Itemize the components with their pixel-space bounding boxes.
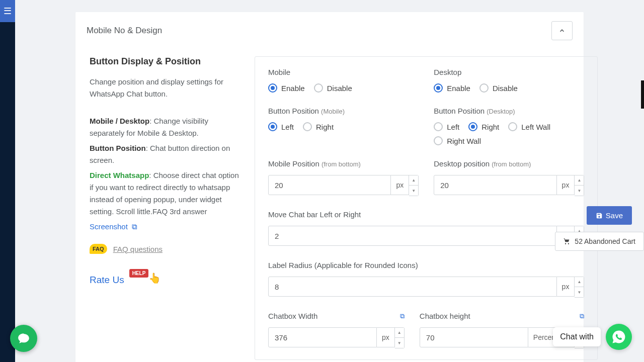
button-position-desc: Button Position: Chat button direction o…: [90, 142, 240, 166]
hamburger-menu[interactable]: ☰: [0, 0, 15, 22]
unit-px: px: [557, 277, 575, 297]
desktop-position-left-radio[interactable]: Left: [434, 122, 459, 131]
external-link-icon[interactable]: ⧉: [580, 312, 584, 320]
desktop-bottom-position-input[interactable]: [434, 175, 556, 195]
whatsapp-chat-button[interactable]: [606, 324, 632, 350]
chat-bubble-icon: [17, 332, 30, 345]
screenshot-link[interactable]: Screenshot ⧉: [90, 221, 137, 233]
spinner-down[interactable]: ▼: [575, 287, 584, 297]
desktop-enable-radio[interactable]: Enable: [434, 83, 470, 93]
sidebar: [0, 0, 15, 362]
whatsapp-icon: [611, 329, 626, 344]
faq-link[interactable]: FAQ questions: [113, 245, 163, 253]
button-position-mobile-label: Button Position (Mobile): [268, 107, 419, 115]
spinner-up[interactable]: ▲: [575, 175, 584, 186]
rate-us-link[interactable]: Rate Us: [90, 275, 124, 286]
save-button[interactable]: Save: [587, 206, 632, 225]
section-heading: Button Display & Position: [90, 56, 240, 67]
chatbox-width-label: Chatbox Width: [268, 312, 317, 320]
desktop-visibility-label: Desktop: [434, 68, 584, 76]
spinner-down[interactable]: ▼: [395, 338, 404, 348]
unit-px: px: [377, 327, 395, 347]
desktop-position-leftwall-radio[interactable]: Left Wall: [508, 122, 550, 131]
mobile-enable-radio[interactable]: Enable: [268, 83, 305, 93]
description-column: Button Display & Position Change positio…: [90, 56, 240, 360]
help-badge: HELP: [129, 269, 149, 278]
direct-whatsapp-desc: Direct Whatsapp: Choose direct chat opti…: [90, 169, 240, 218]
desktop-bottom-position-label: Desktop position (from bottom): [434, 159, 584, 168]
spinner-up[interactable]: ▲: [395, 328, 404, 338]
mobile-position-right-radio[interactable]: Right: [303, 122, 334, 131]
chatbox-width-input[interactable]: [268, 327, 377, 347]
move-chat-label: Move Chat bar Left or Right: [268, 210, 584, 219]
desktop-position-right-radio[interactable]: Right: [468, 122, 499, 131]
external-link-icon: ⧉: [132, 221, 137, 233]
label-radius-label: Label Radius (Applicable for Rounded Ico…: [268, 261, 584, 269]
mobile-visibility-label: Mobile: [268, 68, 419, 76]
pointer-hand-icon: 👆: [148, 272, 161, 284]
button-position-desktop-label: Button Position (Desktop): [434, 107, 584, 115]
mobile-desktop-desc: Mobile / Desktop: Change visibility sepa…: [90, 115, 240, 139]
intro-text: Change position and display settings for…: [90, 76, 240, 100]
settings-card: Mobile No & Design Button Display & Posi…: [75, 12, 584, 362]
external-link-icon[interactable]: ⧉: [400, 312, 405, 320]
chatbox-height-input[interactable]: [420, 327, 528, 347]
support-chat-bubble[interactable]: [10, 325, 37, 352]
chat-label: Chat with: [553, 327, 601, 346]
cart-icon: [564, 238, 571, 245]
hamburger-icon: ☰: [4, 6, 12, 17]
unit-px: px: [557, 175, 575, 195]
card-title: Mobile No & Design: [87, 26, 162, 36]
chatbox-height-label: Chatbox height: [420, 312, 470, 320]
form-column: Mobile Enable Disable Desktop Enable Dis…: [255, 56, 598, 360]
mobile-bottom-position-label: Mobile Position (from bottom): [268, 159, 419, 168]
spinner-down[interactable]: ▼: [409, 186, 418, 196]
abandoned-cart-badge[interactable]: 52 Abandoned Cart: [555, 232, 644, 251]
desktop-disable-radio[interactable]: Disable: [479, 83, 518, 93]
mobile-disable-radio[interactable]: Disable: [314, 83, 352, 93]
desktop-position-rightwall-radio[interactable]: Right Wall: [434, 136, 481, 145]
spinner-down[interactable]: ▼: [575, 186, 584, 196]
mobile-position-left-radio[interactable]: Left: [268, 122, 294, 131]
mobile-bottom-position-input[interactable]: [268, 175, 391, 195]
faq-badge-icon: FAQ: [90, 244, 107, 254]
save-icon: [596, 212, 603, 219]
spinner-up[interactable]: ▲: [575, 277, 584, 287]
collapse-button[interactable]: [551, 21, 573, 40]
spinner-up[interactable]: ▲: [409, 175, 418, 186]
unit-px: px: [391, 175, 409, 195]
side-tab-handle[interactable]: [641, 80, 644, 109]
label-radius-input[interactable]: [268, 277, 557, 297]
chevron-up-icon: [558, 27, 566, 34]
move-chat-input[interactable]: [268, 226, 557, 246]
